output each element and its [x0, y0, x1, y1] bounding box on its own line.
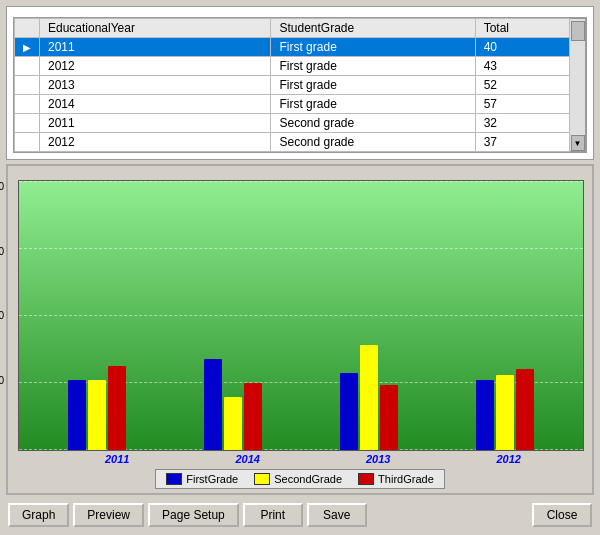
- chart-with-yaxis: 80 60 40 20 0 2011201420132012: [16, 180, 584, 465]
- cell-year: 2012: [40, 133, 271, 152]
- bar-blue: [340, 373, 358, 450]
- y-ticks: 80 60 40 20 0: [0, 181, 4, 450]
- scrollbar-down[interactable]: ▼: [571, 135, 585, 151]
- scrollbar-thumb[interactable]: [571, 21, 585, 41]
- cell-year: 2011: [40, 38, 271, 57]
- bar-yellow: [496, 375, 514, 450]
- bar-blue: [204, 359, 222, 450]
- x-label: 2012: [444, 453, 575, 465]
- bar-blue: [476, 380, 494, 450]
- cell-total: 32: [475, 114, 569, 133]
- y-tick-60: 60: [0, 246, 4, 257]
- bar-yellow: [224, 397, 242, 450]
- bar-blue: [68, 380, 86, 450]
- print-button[interactable]: Print: [243, 503, 303, 527]
- legend-item: ThirdGrade: [358, 473, 434, 485]
- y-tick-0: 0: [0, 439, 4, 450]
- bar-group: [68, 366, 126, 450]
- y-tick-40: 40: [0, 310, 4, 321]
- row-arrow: [15, 114, 40, 133]
- toolbar: GraphPreviewPage SetupPrintSaveClose: [6, 499, 594, 529]
- cell-year: 2011: [40, 114, 271, 133]
- x-label: 2013: [313, 453, 444, 465]
- cell-total: 40: [475, 38, 569, 57]
- cell-grade: First grade: [271, 57, 475, 76]
- bar-group: [476, 369, 534, 450]
- cell-grade: First grade: [271, 76, 475, 95]
- x-label: 2011: [52, 453, 183, 465]
- bar-yellow: [360, 345, 378, 450]
- chart-legend: FirstGrade SecondGrade ThirdGrade: [155, 469, 445, 489]
- close-button[interactable]: Close: [532, 503, 592, 527]
- table-row[interactable]: ▶ 2011 First grade 40: [15, 38, 570, 57]
- legend-item: FirstGrade: [166, 473, 238, 485]
- col-grade: StudentGrade: [271, 19, 475, 38]
- save-button[interactable]: Save: [307, 503, 367, 527]
- y-tick-20: 20: [0, 375, 4, 386]
- legend-label: ThirdGrade: [378, 473, 434, 485]
- cell-grade: Second grade: [271, 114, 475, 133]
- chart-area: 80 60 40 20 0: [18, 180, 584, 451]
- y-tick-80: 80: [0, 181, 4, 192]
- legend-label: SecondGrade: [274, 473, 342, 485]
- legend-color: [166, 473, 182, 485]
- cell-total: 57: [475, 95, 569, 114]
- cell-total: 37: [475, 133, 569, 152]
- col-total: Total: [475, 19, 569, 38]
- table-row[interactable]: 2013 First grade 52: [15, 76, 570, 95]
- legend-color: [358, 473, 374, 485]
- table-section: EducationalYear StudentGrade Total ▶ 201…: [6, 6, 594, 160]
- data-table: EducationalYear StudentGrade Total ▶ 201…: [14, 18, 570, 152]
- col-year: EducationalYear: [40, 19, 271, 38]
- chart-right: 80 60 40 20 0 2011201420132012: [18, 180, 584, 465]
- cell-grade: Second grade: [271, 133, 475, 152]
- bars-container: [19, 181, 583, 450]
- bar-red: [380, 385, 398, 450]
- cell-total: 43: [475, 57, 569, 76]
- cell-total: 52: [475, 76, 569, 95]
- scrollbar[interactable]: ▼: [570, 18, 586, 152]
- bar-red: [108, 366, 126, 450]
- graph-button[interactable]: Graph: [8, 503, 69, 527]
- x-label: 2014: [183, 453, 314, 465]
- legend-item: SecondGrade: [254, 473, 342, 485]
- bar-group: [204, 359, 262, 450]
- cell-year: 2012: [40, 57, 271, 76]
- page-setup-button[interactable]: Page Setup: [148, 503, 239, 527]
- table-row[interactable]: 2014 First grade 57: [15, 95, 570, 114]
- legend-color: [254, 473, 270, 485]
- bar-red: [244, 383, 262, 450]
- row-arrow: [15, 133, 40, 152]
- preview-button[interactable]: Preview: [73, 503, 144, 527]
- cell-year: 2013: [40, 76, 271, 95]
- row-arrow: [15, 57, 40, 76]
- bar-red: [516, 369, 534, 450]
- table-row[interactable]: 2011 Second grade 32: [15, 114, 570, 133]
- row-arrow: [15, 95, 40, 114]
- chart-section: 80 60 40 20 0 2011201420132012 First: [6, 164, 594, 495]
- cell-grade: First grade: [271, 95, 475, 114]
- table-row[interactable]: 2012 First grade 43: [15, 57, 570, 76]
- cell-grade: First grade: [271, 38, 475, 57]
- table-wrapper: EducationalYear StudentGrade Total ▶ 201…: [13, 17, 587, 153]
- main-container: EducationalYear StudentGrade Total ▶ 201…: [0, 0, 600, 535]
- legend-label: FirstGrade: [186, 473, 238, 485]
- col-arrow: [15, 19, 40, 38]
- table-row[interactable]: 2012 Second grade 37: [15, 133, 570, 152]
- cell-year: 2014: [40, 95, 271, 114]
- bar-yellow: [88, 380, 106, 450]
- x-labels: 2011201420132012: [18, 451, 584, 465]
- row-arrow: ▶: [15, 38, 40, 57]
- row-arrow: [15, 76, 40, 95]
- bar-group: [340, 345, 398, 450]
